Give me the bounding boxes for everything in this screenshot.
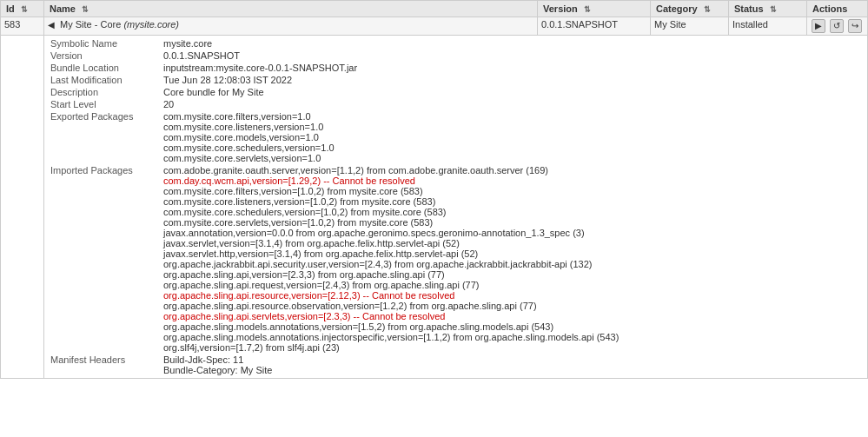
start-level-label: Start Level: [48, 98, 161, 110]
detail-bundle-location-row: Bundle Location inputstream:mysite.core-…: [48, 62, 864, 74]
col-name[interactable]: Name ⇅: [44, 1, 538, 17]
imported-package-item: javax.servlet,version=[3.1,4) from org.a…: [163, 238, 861, 248]
version-value: 0.0.1.SNAPSHOT: [161, 50, 864, 62]
exported-package-item: com.mysite.core.servlets,version=1.0: [163, 153, 861, 163]
col-actions-label: Actions: [812, 3, 847, 14]
manifest-header-item: Build-Jdk-Spec: 11: [163, 354, 861, 365]
col-status[interactable]: Status ⇅: [729, 1, 807, 17]
col-actions: Actions: [807, 1, 868, 17]
description-value: Core bundle for My Site: [161, 86, 864, 98]
col-version-label: Version: [543, 3, 578, 14]
imported-package-item: com.mysite.core.servlets,version=[1.0,2)…: [163, 217, 861, 228]
uninstall-button[interactable]: ↪: [848, 19, 862, 33]
manifest-headers-label: Manifest Headers: [48, 354, 161, 376]
table-header-row: Id ⇅ Name ⇅ Version ⇅ Category ⇅ Status: [1, 1, 868, 17]
imported-package-item: org.apache.sling.models.annotations,vers…: [163, 321, 861, 332]
imported-package-item: com.adobe.granite.oauth.server,version=[…: [163, 165, 861, 175]
cell-name: ◀ My Site - Core (mysite.core): [44, 17, 538, 36]
imported-package-item: org.apache.sling.models.annotations.inje…: [163, 332, 861, 342]
detail-symbolic-name-row: Symbolic Name mysite.core: [48, 37, 864, 50]
imported-package-item: com.day.cq.wcm.api,version=[1.29,2) -- C…: [163, 175, 861, 186]
imported-packages-label: Imported Packages: [48, 164, 161, 354]
exported-package-item: com.mysite.core.filters,version=1.0: [163, 111, 861, 122]
manifest-header-item: Bundle-Category: My Site: [163, 365, 861, 375]
cell-id: 583: [1, 17, 44, 36]
imported-package-item: com.mysite.core.listeners,version=[1.0,2…: [163, 196, 861, 207]
refresh-button[interactable]: ↺: [830, 19, 844, 33]
cell-category: My Site: [651, 17, 729, 36]
col-name-sort[interactable]: ⇅: [82, 5, 89, 14]
bundle-category: My Site: [654, 19, 686, 30]
detail-description-row: Description Core bundle for My Site: [48, 86, 864, 98]
imported-package-item: org.apache.sling.api.resource.observatio…: [163, 301, 861, 311]
detail-table: Symbolic Name mysite.core Version 0.0.1.…: [48, 37, 864, 376]
symbolic-name-label: Symbolic Name: [48, 37, 161, 50]
col-name-label: Name: [50, 3, 76, 14]
col-id-sort[interactable]: ⇅: [21, 5, 28, 14]
col-status-label: Status: [734, 3, 764, 14]
imported-package-item: com.mysite.core.filters,version=[1.0,2) …: [163, 186, 861, 196]
exported-packages-label: Exported Packages: [48, 110, 161, 164]
imported-package-item: org.apache.sling.api,version=[2.3,3) fro…: [163, 269, 861, 280]
col-category[interactable]: Category ⇅: [651, 1, 729, 17]
col-id[interactable]: Id ⇅: [1, 1, 44, 17]
exported-package-item: com.mysite.core.schedulers,version=1.0: [163, 142, 861, 153]
detail-id-cell: [1, 36, 44, 379]
description-label: Description: [48, 86, 161, 98]
col-category-label: Category: [656, 3, 698, 14]
imported-package-item: org.apache.sling.api.resource,version=[2…: [163, 290, 861, 301]
detail-content-cell: Symbolic Name mysite.core Version 0.0.1.…: [44, 36, 868, 379]
imported-packages-value: com.adobe.granite.oauth.server,version=[…: [161, 164, 864, 354]
detail-manifest-headers-row: Manifest Headers Build-Jdk-Spec: 11Bundl…: [48, 354, 864, 376]
bundle-name: My Site - Core: [60, 19, 121, 30]
exported-package-item: com.mysite.core.models,version=1.0: [163, 132, 861, 142]
imported-package-item: javax.annotation,version=0.0.0 from org.…: [163, 228, 861, 238]
detail-exported-packages-row: Exported Packages com.mysite.core.filter…: [48, 110, 864, 164]
col-category-sort[interactable]: ⇅: [704, 5, 711, 14]
imported-package-item: com.mysite.core.schedulers,version=[1.0,…: [163, 207, 861, 217]
detail-row: Symbolic Name mysite.core Version 0.0.1.…: [1, 36, 868, 379]
imported-package-item: org.apache.sling.api.servlets,version=[2…: [163, 311, 861, 321]
start-level-value: 20: [161, 98, 864, 110]
bundle-symbolic-name-inline: (mysite.core): [123, 19, 179, 30]
cell-status: Installed: [729, 17, 807, 36]
last-mod-label: Last Modification: [48, 74, 161, 86]
bundle-table-container: Id ⇅ Name ⇅ Version ⇅ Category ⇅ Status: [0, 0, 868, 379]
imported-package-item: org.apache.sling.api.request,version=[2.…: [163, 280, 861, 290]
detail-version-row: Version 0.0.1.SNAPSHOT: [48, 50, 864, 62]
bundle-status: Installed: [732, 19, 768, 30]
symbolic-name-value: mysite.core: [161, 37, 864, 50]
bundle-id: 583: [4, 19, 20, 30]
col-id-label: Id: [6, 3, 15, 14]
bundle-table: Id ⇅ Name ⇅ Version ⇅ Category ⇅ Status: [0, 0, 868, 379]
table-row: 583 ◀ My Site - Core (mysite.core) 0.0.1…: [1, 17, 868, 36]
version-label: Version: [48, 50, 161, 62]
detail-last-mod-row: Last Modification Tue Jun 28 12:08:03 IS…: [48, 74, 864, 86]
bundle-location-value: inputstream:mysite.core-0.0.1-SNAPSHOT.j…: [161, 62, 864, 74]
detail-imported-packages-row: Imported Packages com.adobe.granite.oaut…: [48, 164, 864, 354]
manifest-headers-value: Build-Jdk-Spec: 11Bundle-Category: My Si…: [161, 354, 864, 376]
bundle-version: 0.0.1.SNAPSHOT: [541, 19, 618, 30]
last-mod-value: Tue Jun 28 12:08:03 IST 2022: [161, 74, 864, 86]
start-button[interactable]: ▶: [812, 19, 825, 33]
cell-version: 0.0.1.SNAPSHOT: [538, 17, 651, 36]
col-version-sort[interactable]: ⇅: [584, 5, 591, 14]
expand-icon[interactable]: ◀: [48, 20, 55, 30]
bundle-location-label: Bundle Location: [48, 62, 161, 74]
imported-package-item: javax.servlet.http,version=[3.1,4) from …: [163, 248, 861, 259]
cell-actions: ▶ ↺ ↪: [807, 17, 868, 36]
exported-package-item: com.mysite.core.listeners,version=1.0: [163, 122, 861, 132]
imported-package-item: org.apache.jackrabbit.api.security.user,…: [163, 259, 861, 269]
col-version[interactable]: Version ⇅: [538, 1, 651, 17]
detail-start-level-row: Start Level 20: [48, 98, 864, 110]
imported-package-item: org.slf4j,version=[1.7,2) from slf4j.api…: [163, 342, 861, 353]
col-status-sort[interactable]: ⇅: [770, 5, 777, 14]
exported-packages-value: com.mysite.core.filters,version=1.0com.m…: [161, 110, 864, 164]
